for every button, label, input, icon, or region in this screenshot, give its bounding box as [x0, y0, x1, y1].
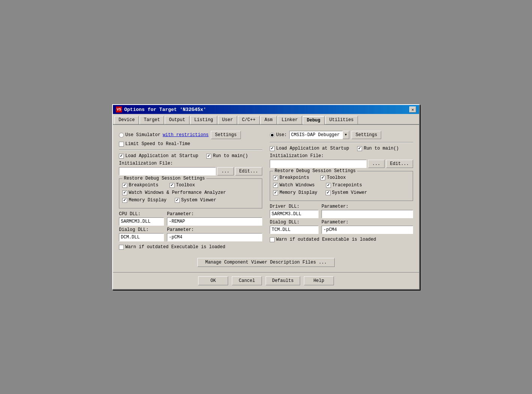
- system-viewer-checkbox-right[interactable]: [326, 190, 331, 195]
- simulator-settings-button[interactable]: Settings: [211, 131, 241, 139]
- combo-arrow-icon[interactable]: ▼: [343, 131, 349, 139]
- watch-windows-text-left: Watch Windows & Performance Analyzer: [129, 190, 226, 195]
- system-viewer-checkbox-left[interactable]: [175, 198, 180, 203]
- init-browse-button-left[interactable]: ...: [217, 167, 234, 175]
- load-app-label-left[interactable]: Load Application at Startup: [119, 153, 198, 159]
- cancel-button[interactable]: Cancel: [232, 276, 262, 285]
- tab-debug[interactable]: Debug: [303, 116, 325, 124]
- run-to-main-label-left[interactable]: Run to main(): [206, 153, 248, 159]
- memory-display-label-left[interactable]: Memory Display: [122, 198, 167, 203]
- watch-windows-checkbox-left[interactable]: [122, 190, 127, 195]
- driver-dll-input[interactable]: [270, 210, 319, 218]
- limit-speed-label[interactable]: Limit Speed to Real-Time: [119, 141, 190, 147]
- dialog-param-input-left[interactable]: [167, 233, 262, 241]
- use-radio-label[interactable]: Use:: [270, 132, 287, 138]
- simulator-radio[interactable]: [119, 133, 124, 138]
- driver-dll-row: Driver DLL: Parameter:: [270, 204, 413, 218]
- init-edit-button-left[interactable]: Edit...: [235, 167, 262, 175]
- tracepoints-label-right[interactable]: Tracepoints: [326, 183, 362, 188]
- run-to-main-label-right[interactable]: Run to main(): [357, 146, 399, 151]
- debugger-select[interactable]: CMSIS-DAP Debugger: [289, 131, 349, 139]
- toolbox-label-left[interactable]: Toolbox: [170, 183, 195, 188]
- load-app-checkbox-right[interactable]: [270, 146, 275, 151]
- warn-label-right[interactable]: Warn if outdated Executable is loaded: [270, 237, 376, 242]
- init-file-input-right[interactable]: [270, 160, 367, 168]
- warn-row-left: Warn if outdated Executable is loaded: [119, 244, 262, 250]
- load-app-checkbox-left[interactable]: [119, 154, 124, 159]
- tab-asm[interactable]: Asm: [260, 116, 277, 124]
- dialog-dll-label-right: Dialog DLL:: [270, 220, 319, 225]
- use-row: Use: CMSIS-DAP Debugger ▼ Settings: [270, 131, 413, 139]
- main-content: Use Simulator with restrictions Settings…: [113, 125, 419, 272]
- init-file-input-left[interactable]: [119, 167, 216, 175]
- breakpoints-checkbox-right[interactable]: [273, 175, 278, 180]
- memory-system-row-right: Memory Display System Viewer: [273, 190, 410, 195]
- use-radio[interactable]: [270, 133, 275, 138]
- simulator-radio-label[interactable]: Use Simulator: [119, 132, 161, 138]
- tab-utilities[interactable]: Utilities: [325, 116, 358, 124]
- dialog-dll-input-left[interactable]: [119, 233, 164, 241]
- memory-display-checkbox-left[interactable]: [122, 198, 127, 203]
- restrictions-link[interactable]: with restrictions: [163, 132, 209, 138]
- cpu-dll-col: CPU DLL:: [119, 211, 164, 226]
- tab-cpp[interactable]: C/C++: [238, 116, 260, 124]
- system-viewer-label-left[interactable]: System Viewer: [175, 198, 216, 203]
- simulator-row: Use Simulator with restrictions Settings: [119, 131, 262, 139]
- run-to-main-checkbox-right[interactable]: [357, 146, 362, 151]
- driver-param-input[interactable]: [322, 210, 413, 218]
- toolbox-text-left: Toolbox: [176, 183, 195, 188]
- breakpoints-text-right: Breakpoints: [280, 175, 309, 180]
- toolbox-label-right[interactable]: Toolbox: [320, 175, 346, 180]
- ok-button[interactable]: OK: [198, 276, 228, 285]
- dialog-dll-input-right[interactable]: [270, 226, 319, 234]
- run-to-main-checkbox-left[interactable]: [206, 154, 211, 159]
- tab-target[interactable]: Target: [140, 116, 164, 124]
- toolbox-checkbox-left[interactable]: [170, 183, 174, 188]
- tab-linker[interactable]: Linker: [278, 116, 302, 124]
- run-to-main-text-right: Run to main(): [364, 146, 399, 151]
- tab-output[interactable]: Output: [165, 116, 189, 124]
- breakpoints-checkbox-left[interactable]: [122, 183, 127, 188]
- breakpoints-toolbox-row-right: Breakpoints Toolbox: [273, 175, 410, 180]
- init-browse-button-right[interactable]: ...: [368, 160, 385, 168]
- defaults-button[interactable]: Defaults: [266, 276, 300, 285]
- dialog-dll-row-left: Dialog DLL: Parameter:: [119, 227, 262, 241]
- breakpoints-label-left[interactable]: Breakpoints: [122, 183, 158, 188]
- memory-display-label-right[interactable]: Memory Display: [273, 190, 317, 195]
- cpu-dll-input[interactable]: [119, 217, 164, 226]
- tracepoints-text-right: Tracepoints: [332, 183, 362, 188]
- watch-windows-label-right[interactable]: Watch Windows: [273, 183, 315, 188]
- right-column: Use: CMSIS-DAP Debugger ▼ Settings: [268, 129, 415, 254]
- toolbox-checkbox-right[interactable]: [320, 175, 325, 180]
- cpu-param-input[interactable]: [167, 217, 262, 226]
- memory-display-text-left: Memory Display: [129, 198, 167, 203]
- limit-speed-row: Limit Speed to Real-Time: [119, 141, 262, 147]
- tab-listing[interactable]: Listing: [190, 116, 217, 124]
- warn-checkbox-right[interactable]: [270, 237, 275, 242]
- watch-windows-checkbox-right[interactable]: [273, 183, 278, 188]
- use-settings-button[interactable]: Settings: [352, 131, 382, 139]
- system-viewer-label-right[interactable]: System Viewer: [326, 190, 367, 195]
- load-app-label-right[interactable]: Load Application at Startup: [270, 146, 349, 151]
- dialog-param-input-right[interactable]: [322, 226, 413, 234]
- limit-speed-checkbox[interactable]: [119, 142, 124, 147]
- close-button[interactable]: ✕: [409, 106, 416, 112]
- tab-device[interactable]: Device: [114, 116, 139, 124]
- memory-display-text-right: Memory Display: [280, 190, 317, 195]
- warn-text-right: Warn if outdated Executable is loaded: [276, 237, 376, 242]
- warn-label-left[interactable]: Warn if outdated Executable is loaded: [119, 244, 225, 250]
- breakpoints-label-right[interactable]: Breakpoints: [273, 175, 309, 180]
- warn-checkbox-left[interactable]: [119, 245, 124, 250]
- tracepoints-checkbox-right[interactable]: [326, 183, 331, 188]
- init-edit-button-right[interactable]: Edit...: [386, 160, 413, 168]
- breakpoints-toolbox-row-left: Breakpoints Toolbox: [122, 183, 259, 188]
- init-file-label-right: Initialization File:: [270, 153, 413, 159]
- title-bar: V5 Options for Target 'N32G45x' ✕: [113, 105, 419, 114]
- load-app-text-right: Load Application at Startup: [276, 146, 349, 151]
- memory-display-checkbox-right[interactable]: [273, 190, 278, 195]
- limit-speed-text: Limit Speed to Real-Time: [125, 141, 190, 147]
- manage-component-viewer-button[interactable]: Manage Component Viewer Description File…: [197, 258, 335, 267]
- help-button[interactable]: Help: [304, 276, 334, 285]
- watch-windows-label-left[interactable]: Watch Windows & Performance Analyzer: [122, 190, 226, 195]
- tab-user[interactable]: User: [218, 116, 237, 124]
